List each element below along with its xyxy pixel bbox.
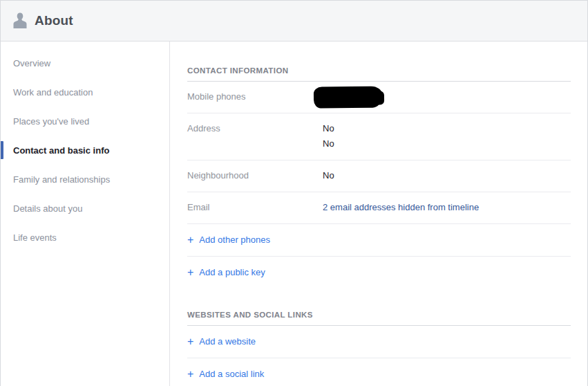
about-sidebar: Overview Work and education Places you'v… xyxy=(1,42,170,386)
field-value-address: No No xyxy=(323,121,334,151)
sidebar-item-places-youve-lived[interactable]: Places you've lived xyxy=(1,107,169,136)
email-hidden-from-timeline-link[interactable]: 2 email addresses hidden from timeline xyxy=(323,202,479,212)
sidebar-item-label: Overview xyxy=(13,58,50,68)
field-label-email: Email xyxy=(187,200,323,215)
plus-icon: + xyxy=(187,232,193,248)
add-social-link-link[interactable]: + Add a social link xyxy=(187,367,264,382)
add-link-label: Add other phones xyxy=(199,232,270,248)
field-value-mobile-phones xyxy=(323,89,382,104)
add-public-key-row: + Add a public key xyxy=(187,257,571,288)
field-row-address: Address No No xyxy=(187,113,571,160)
field-row-neighbourhood: Neighbourhood No xyxy=(187,160,571,192)
add-website-link[interactable]: + Add a website xyxy=(187,334,256,349)
sidebar-item-label: Family and relationships xyxy=(13,174,110,185)
person-icon xyxy=(12,12,28,30)
sidebar-item-work-and-education[interactable]: Work and education xyxy=(1,77,169,107)
field-label-mobile-phones: Mobile phones xyxy=(187,89,323,104)
field-row-mobile-phones: Mobile phones xyxy=(187,82,571,113)
plus-icon: + xyxy=(187,334,193,349)
active-indicator-bar xyxy=(1,141,3,159)
section-title-websites-social-links: WEBSITES AND SOCIAL LINKS xyxy=(187,311,571,326)
sidebar-item-life-events[interactable]: Life events xyxy=(1,223,169,252)
redacted-phone-number xyxy=(314,86,382,108)
add-link-label: Add a website xyxy=(199,334,256,349)
sidebar-item-label: Contact and basic info xyxy=(13,145,109,156)
sidebar-item-overview[interactable]: Overview xyxy=(1,48,169,77)
about-body: Overview Work and education Places you'v… xyxy=(1,42,587,386)
plus-icon: + xyxy=(187,367,193,382)
about-card: About Overview Work and education Places… xyxy=(0,0,588,386)
sidebar-item-label: Details about you xyxy=(13,203,82,214)
sidebar-item-label: Places you've lived xyxy=(13,116,89,127)
plus-icon: + xyxy=(187,265,193,280)
sidebar-item-contact-and-basic-info[interactable]: Contact and basic info xyxy=(1,136,169,165)
address-value-line: No xyxy=(323,121,334,136)
sidebar-item-label: Work and education xyxy=(13,87,93,98)
field-label-neighbourhood: Neighbourhood xyxy=(187,168,323,183)
contact-basic-info-panel: CONTACT INFORMATION Mobile phones Addres… xyxy=(170,42,587,386)
add-link-label: Add a public key xyxy=(199,265,265,280)
add-link-label: Add a social link xyxy=(199,367,264,382)
field-value-email: 2 email addresses hidden from timeline xyxy=(323,200,479,215)
field-row-email: Email 2 email addresses hidden from time… xyxy=(187,192,571,224)
address-value-line: No xyxy=(323,136,334,151)
page-title: About xyxy=(35,13,73,28)
field-label-address: Address xyxy=(187,121,323,151)
sidebar-item-label: Life events xyxy=(13,232,57,243)
sidebar-item-details-about-you[interactable]: Details about you xyxy=(1,194,169,223)
add-social-link-row: + Add a social link xyxy=(187,358,571,386)
add-other-phones-row: + Add other phones xyxy=(187,224,571,257)
section-title-contact-information: CONTACT INFORMATION xyxy=(187,66,571,82)
field-value-neighbourhood: No xyxy=(323,168,334,183)
add-public-key-link[interactable]: + Add a public key xyxy=(187,265,265,280)
about-header: About xyxy=(1,1,587,42)
add-website-row: + Add a website xyxy=(187,326,571,358)
sidebar-item-family-and-relationships[interactable]: Family and relationships xyxy=(1,165,169,194)
add-other-phones-link[interactable]: + Add other phones xyxy=(187,232,270,248)
